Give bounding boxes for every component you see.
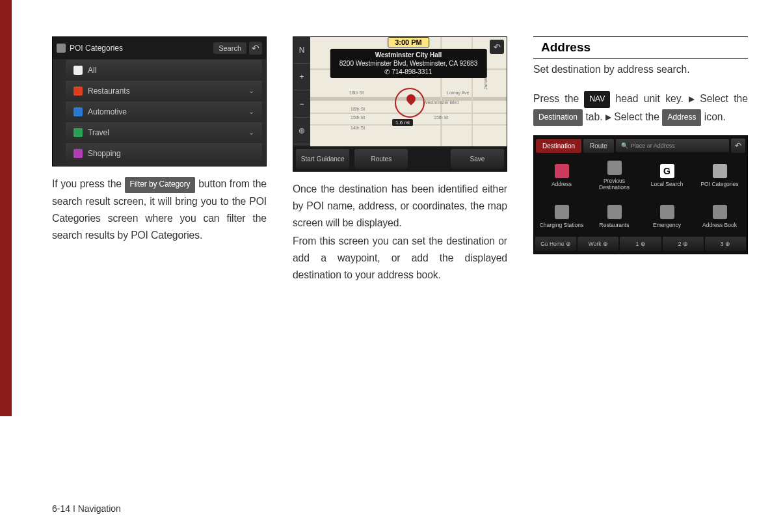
page-content: POI Categories Search ↶ All Restaurants … [52,36,719,283]
poi-icon [713,164,727,178]
clock-badge: 3:00 PM [388,37,429,47]
column-1: POI Categories Search ↶ All Restaurants … [52,36,267,283]
zoom-in-button[interactable]: + [293,64,310,90]
header-rule [533,36,748,37]
map-screenshot: N + − ⊕ ≣ 24th St 23rd St Lomay Ave [293,36,507,172]
triangle-icon: ▶ [605,111,611,124]
grid-restaurants[interactable]: Restaurants [588,196,641,237]
place-address-search[interactable]: 🔍 Place or Address [616,139,729,152]
destination-top-bar: Destination Route 🔍 Place or Address ↶ [534,136,747,155]
zoom-out-button[interactable]: − [293,90,310,117]
poi-row-all[interactable]: All [66,60,262,80]
destination-tab-chip: Destination [533,109,583,126]
col2-paragraph-2: From this screen you can set the destina… [293,233,507,284]
address-instructions: Press the NAV head unit key. ▶ Select th… [533,90,748,126]
distance-badge: 1.6 mi [392,119,413,126]
work-button[interactable]: Work ⊕ [578,237,618,251]
column-3: Address Set destination by address searc… [533,36,748,283]
destination-tab[interactable]: Destination [536,139,581,153]
compass-icon[interactable]: N [293,37,310,64]
shopping-icon [73,149,83,158]
destination-menu-screenshot: Destination Route 🔍 Place or Address ↶ A… [533,135,748,254]
poi-header-title: POI Categories [70,44,123,53]
street-label: 14th St [351,126,365,130]
poi-title-icon [57,44,66,53]
nav-key-chip: NAV [584,91,610,108]
filter-by-category-chip: Filter by Category [125,177,196,193]
route-tab[interactable]: Route [583,139,614,153]
travel-icon [73,128,83,137]
chevron-down-icon: ⌄ [248,86,254,95]
back-button[interactable]: ↶ [249,42,262,55]
preset-1-button[interactable]: 1 ⊕ [620,237,661,251]
save-button[interactable]: Save [451,149,504,168]
g-icon: G [660,164,674,178]
address-section-title: Address [533,38,748,59]
street-label: Westminster Blvd [423,100,458,105]
grid-local-search[interactable]: GLocal Search [641,155,693,196]
street-label: 15th St [351,115,365,120]
flag-icon [607,161,622,175]
start-guidance-button[interactable]: Start Guidance [296,149,349,168]
poi-row-shopping[interactable]: Shopping [66,143,262,163]
utensils-icon [607,205,622,219]
fuel-icon [555,205,569,219]
destination-info-card: Westminster City Hall 8200 Westminster B… [330,49,487,78]
accent-sidebar [0,0,12,416]
house-icon [555,164,569,178]
grid-address[interactable]: Address [535,155,588,196]
map-bottom-bar: Start Guidance Routes Save [293,146,507,171]
map-tool-button[interactable]: ⊕ [293,118,310,144]
destination-grid: Address Previous Destinations GLocal Sea… [534,155,747,237]
grid-previous-destinations[interactable]: Previous Destinations [588,155,641,196]
col1-paragraph: If you press the Filter by Category butt… [52,176,267,244]
go-home-button[interactable]: Go Home ⊕ [535,237,576,251]
restaurants-icon [73,86,83,96]
preset-2-button[interactable]: 2 ⊕ [663,237,704,251]
col2-paragraph-1: Once the destination has been identified… [293,181,507,232]
address-subtitle: Set destination by address search. [533,64,748,75]
all-icon [73,66,83,75]
column-2: N + − ⊕ ≣ 24th St 23rd St Lomay Ave [293,36,507,283]
page-number: 6-14 I Navigation [52,503,121,514]
search-label: Search [219,44,241,52]
poi-row-automotive[interactable]: Automotive ⌄ [66,101,262,122]
street-label: 18th St [349,90,364,95]
search-button[interactable]: Search [213,42,246,54]
preset-3-button[interactable]: 3 ⊕ [705,237,746,251]
emergency-icon [660,205,674,219]
grid-poi-categories[interactable]: POI Categories [693,155,746,196]
grid-charging-stations[interactable]: Charging Stations [535,196,588,237]
street-label: 18th St [351,107,365,111]
automotive-icon [73,107,83,116]
grid-emergency[interactable]: Emergency [641,196,693,237]
street-label: 15th St [434,115,448,120]
address-icon-chip: Address [662,109,701,126]
routes-button[interactable]: Routes [354,149,408,168]
book-icon [713,205,727,219]
back-button[interactable]: ↶ [731,139,745,153]
chevron-down-icon: ⌄ [248,128,254,137]
map-canvas[interactable]: 24th St 23rd St Lomay Ave 18th St Westmi… [310,37,507,148]
triangle-icon: ▶ [689,92,695,106]
grid-address-book[interactable]: Address Book [693,196,746,237]
destination-shortcuts: Go Home ⊕ Work ⊕ 1 ⊕ 2 ⊕ 3 ⊕ [534,237,747,252]
street-label: Lomay Ave [447,90,470,95]
search-icon: 🔍 [621,142,628,149]
poi-row-restaurants[interactable]: Restaurants ⌄ [66,81,262,101]
poi-row-travel[interactable]: Travel ⌄ [66,122,262,142]
chevron-down-icon: ⌄ [248,107,254,116]
poi-header: POI Categories Search ↶ [53,37,266,59]
map-back-button[interactable]: ↶ [490,40,504,54]
poi-categories-screenshot: POI Categories Search ↶ All Restaurants … [52,36,267,166]
